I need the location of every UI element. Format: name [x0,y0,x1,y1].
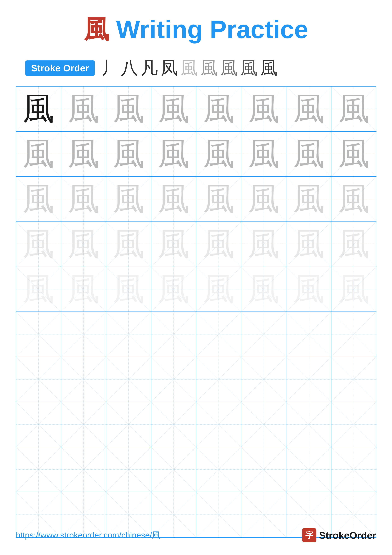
grid-cell-2-7[interactable]: 風 [286,132,331,177]
grid-cell-7-8[interactable] [331,357,377,402]
grid-cell-7-2[interactable] [61,357,106,402]
grid-cell-6-2[interactable] [61,312,106,357]
grid-cell-4-6[interactable]: 風 [241,222,286,267]
grid-cell-1-2[interactable]: 風 [61,87,106,132]
grid-cell-6-6[interactable] [241,312,286,357]
grid-cell-1-8[interactable]: 風 [331,87,377,132]
grid-cell-8-4[interactable] [151,402,196,447]
stroke-char-0: 丿 [101,56,118,80]
grid-cell-5-3[interactable]: 風 [106,267,151,312]
footer-url: https://www.strokeorder.com/chinese/風 [16,530,160,541]
footer-logo-text: StrokeOrder [319,530,376,541]
grid-cell-7-1[interactable] [16,357,61,402]
stroke-sequence: 丿 八 凡 凤 風 風 風 風 風 [100,56,279,80]
grid-row-7 [16,357,376,402]
title-text: Writing Practice [116,15,308,44]
grid-cell-3-8[interactable]: 風 [331,177,377,222]
grid-cell-5-2[interactable]: 風 [61,267,106,312]
grid-cell-6-8[interactable] [331,312,377,357]
grid-cell-3-4[interactable]: 風 [151,177,196,222]
grid-cell-2-2[interactable]: 風 [61,132,106,177]
grid-cell-5-8[interactable]: 風 [331,267,377,312]
title-kanji: 風 [84,15,109,44]
grid-cell-5-6[interactable]: 風 [241,267,286,312]
grid-cell-7-6[interactable] [241,357,286,402]
grid-cell-9-5[interactable] [196,447,242,492]
stroke-char-4: 風 [180,56,198,80]
grid-cell-8-8[interactable] [331,402,377,447]
grid-row-4: 風 風 風 風 風 風 風 風 [16,222,376,267]
grid-cell-1-3[interactable]: 風 [106,87,151,132]
grid-cell-2-4[interactable]: 風 [151,132,196,177]
grid-cell-8-1[interactable] [16,402,61,447]
grid-cell-6-7[interactable] [286,312,331,357]
grid-row-3: 風 風 風 風 風 風 風 風 [16,177,376,222]
stroke-char-7: 風 [240,56,258,80]
grid-cell-8-3[interactable] [106,402,151,447]
grid-cell-6-4[interactable] [151,312,196,357]
grid-row-8 [16,402,376,447]
grid-cell-4-1[interactable]: 風 [16,222,61,267]
grid-row-5: 風 風 風 風 風 風 風 風 [16,267,376,312]
practice-grid: 風 風 風 風 風 風 風 風 風 風 風 風 風 風 風 風 風 風 風 風 … [16,86,376,538]
grid-cell-9-8[interactable] [331,447,377,492]
grid-cell-7-4[interactable] [151,357,196,402]
grid-cell-9-4[interactable] [151,447,196,492]
stroke-char-5: 風 [200,56,218,80]
grid-cell-4-3[interactable]: 風 [106,222,151,267]
grid-cell-1-5[interactable]: 風 [196,87,242,132]
grid-cell-4-5[interactable]: 風 [196,222,242,267]
grid-cell-6-5[interactable] [196,312,242,357]
grid-cell-9-7[interactable] [286,447,331,492]
grid-cell-9-1[interactable] [16,447,61,492]
grid-cell-8-6[interactable] [241,402,286,447]
grid-cell-5-5[interactable]: 風 [196,267,242,312]
grid-cell-3-2[interactable]: 風 [61,177,106,222]
stroke-char-6: 風 [220,56,238,80]
grid-cell-8-7[interactable] [286,402,331,447]
grid-cell-4-2[interactable]: 風 [61,222,106,267]
grid-cell-2-6[interactable]: 風 [241,132,286,177]
stroke-order-badge: Stroke Order [25,60,95,76]
grid-cell-3-3[interactable]: 風 [106,177,151,222]
grid-cell-3-6[interactable]: 風 [241,177,286,222]
grid-row-1: 風 風 風 風 風 風 風 風 [16,87,376,132]
stroke-char-2: 凡 [141,56,158,80]
grid-cell-1-4[interactable]: 風 [151,87,196,132]
grid-cell-2-1[interactable]: 風 [16,132,61,177]
grid-cell-8-5[interactable] [196,402,242,447]
grid-cell-9-6[interactable] [241,447,286,492]
grid-cell-5-7[interactable]: 風 [286,267,331,312]
grid-cell-4-7[interactable]: 風 [286,222,331,267]
grid-cell-4-4[interactable]: 風 [151,222,196,267]
grid-cell-3-7[interactable]: 風 [286,177,331,222]
grid-cell-5-4[interactable]: 風 [151,267,196,312]
grid-cell-2-8[interactable]: 風 [331,132,377,177]
grid-cell-6-1[interactable] [16,312,61,357]
grid-row-6 [16,312,376,357]
grid-cell-5-1[interactable]: 風 [16,267,61,312]
stroke-char-8: 風 [260,56,278,80]
grid-cell-1-7[interactable]: 風 [286,87,331,132]
grid-row-9 [16,447,376,492]
grid-cell-6-3[interactable] [106,312,151,357]
grid-cell-9-2[interactable] [61,447,106,492]
grid-cell-3-1[interactable]: 風 [16,177,61,222]
grid-cell-9-3[interactable] [106,447,151,492]
grid-cell-7-7[interactable] [286,357,331,402]
cell-kanji-dark: 風 [16,87,61,131]
grid-cell-1-6[interactable]: 風 [241,87,286,132]
grid-cell-2-5[interactable]: 風 [196,132,242,177]
grid-cell-4-8[interactable]: 風 [331,222,377,267]
grid-cell-3-5[interactable]: 風 [196,177,242,222]
stroke-order-row: Stroke Order 丿 八 凡 凤 風 風 風 風 風 [16,56,376,80]
page: 風 Writing Practice Stroke Order 丿 八 凡 凤 … [0,0,392,555]
footer-logo: 字 StrokeOrder [302,528,376,542]
footer-logo-icon: 字 [302,528,316,542]
grid-cell-1-1[interactable]: 風 [16,87,61,132]
grid-cell-8-2[interactable] [61,402,106,447]
grid-cell-7-3[interactable] [106,357,151,402]
page-title: 風 Writing Practice [84,13,308,47]
grid-cell-7-5[interactable] [196,357,242,402]
grid-cell-2-3[interactable]: 風 [106,132,151,177]
